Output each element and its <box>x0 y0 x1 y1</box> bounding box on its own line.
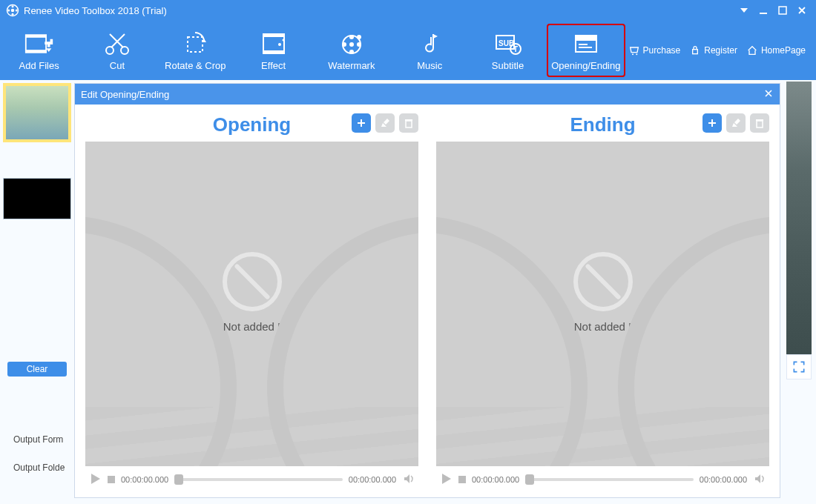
svg-rect-10 <box>25 50 45 53</box>
add-files-icon <box>24 30 54 57</box>
opening-add-button[interactable] <box>352 113 371 133</box>
dialog-close-button[interactable] <box>763 88 774 101</box>
svg-rect-38 <box>405 119 412 121</box>
opening-volume-button[interactable] <box>402 472 415 487</box>
tool-label: Music <box>417 60 442 71</box>
ending-stop-button[interactable] <box>458 476 466 483</box>
tool-music[interactable]: Music <box>391 24 469 77</box>
ending-seek-bar[interactable] <box>525 478 694 481</box>
svg-rect-13 <box>188 37 203 52</box>
svg-rect-15 <box>263 34 284 37</box>
cut-icon <box>102 30 132 57</box>
svg-rect-32 <box>579 44 588 45</box>
tool-opening-ending[interactable]: Opening/Ending <box>547 24 625 77</box>
tool-add-files[interactable]: Add Files <box>0 24 78 77</box>
tool-effect[interactable]: Effect <box>234 24 312 77</box>
effect-icon <box>259 30 289 57</box>
ending-time-start: 00:00:00.000 <box>472 475 519 484</box>
svg-rect-37 <box>406 121 412 127</box>
dialog-title: Edit Opening/Ending <box>81 89 169 100</box>
homepage-label: HomePage <box>761 45 806 56</box>
svg-rect-40 <box>756 119 763 121</box>
register-link[interactable]: Register <box>686 43 740 58</box>
output-folder-label: Output Folde <box>13 462 65 473</box>
svg-point-23 <box>349 50 354 54</box>
tool-rotate-crop[interactable]: Rotate & Crop <box>157 24 234 77</box>
sidebar: Clear Output Form Output Folde <box>0 80 74 504</box>
svg-point-11 <box>106 47 113 54</box>
ending-title: Ending <box>570 113 635 136</box>
close-button[interactable] <box>792 3 812 18</box>
ending-delete-button[interactable] <box>750 113 769 133</box>
homepage-link[interactable]: HomePage <box>743 43 809 58</box>
ending-preview: Not added ! <box>436 142 769 466</box>
svg-point-4 <box>12 13 14 16</box>
tool-label: Add Files <box>19 60 59 71</box>
app-title: Renee Video Toolbox 2018 (Trial) <box>24 5 167 16</box>
minimize-button[interactable] <box>754 3 773 18</box>
svg-point-17 <box>278 43 281 46</box>
ending-time-end: 00:00:00.000 <box>700 475 747 484</box>
opening-stop-button[interactable] <box>108 476 115 483</box>
watermark-icon <box>337 30 366 57</box>
opening-pane: Opening <box>85 112 418 493</box>
subtitle-icon: SUBT <box>493 30 523 57</box>
svg-point-21 <box>349 35 354 39</box>
clear-button[interactable]: Clear <box>7 362 67 377</box>
svg-rect-33 <box>579 47 592 48</box>
tool-label: Watermark <box>328 60 375 71</box>
menu-dropdown-icon[interactable] <box>734 3 754 18</box>
tool-label: Rotate & Crop <box>165 60 226 71</box>
tool-watermark[interactable]: Watermark <box>312 24 390 77</box>
opening-edit-button[interactable] <box>375 113 395 133</box>
svg-point-1 <box>11 9 15 13</box>
fullscreen-button[interactable] <box>786 354 812 379</box>
purchase-link[interactable]: Purchase <box>625 43 684 58</box>
svg-rect-7 <box>779 7 786 14</box>
svg-point-34 <box>632 53 634 55</box>
svg-point-25 <box>357 35 361 39</box>
title-bar: Renee Video Toolbox 2018 (Trial) <box>0 0 816 21</box>
ending-edit-button[interactable] <box>726 113 746 133</box>
svg-rect-36 <box>693 50 698 54</box>
toolbar-right-links: Purchase Register HomePage <box>625 24 816 77</box>
opening-delete-button[interactable] <box>399 113 418 133</box>
svg-point-22 <box>357 42 361 47</box>
music-icon <box>415 30 444 57</box>
register-label: Register <box>704 45 737 56</box>
opening-time-start: 00:00:00.000 <box>121 475 168 484</box>
clip-thumbnail-1[interactable] <box>3 83 71 142</box>
svg-rect-16 <box>263 50 284 53</box>
opening-seek-bar[interactable] <box>174 478 343 481</box>
no-content-icon <box>223 252 282 311</box>
opening-preview: Not added ! <box>85 142 418 466</box>
opening-time-end: 00:00:00.000 <box>349 475 396 484</box>
ending-add-button[interactable] <box>703 113 722 133</box>
svg-point-3 <box>16 10 18 12</box>
opening-timeline: 00:00:00.000 00:00:00.000 <box>85 466 418 493</box>
purchase-label: Purchase <box>643 45 681 56</box>
dialog-titlebar: Edit Opening/Ending <box>75 84 780 105</box>
no-content-icon <box>573 252 633 311</box>
ending-volume-button[interactable] <box>753 472 766 487</box>
main-toolbar: Add Files Cut Rotate & Crop Effect Water… <box>0 21 816 80</box>
rotate-crop-icon <box>180 30 210 57</box>
svg-rect-6 <box>760 13 767 14</box>
output-format-label: Output Form <box>13 434 63 445</box>
svg-point-2 <box>12 5 14 7</box>
svg-point-18 <box>282 39 284 41</box>
svg-point-24 <box>342 42 346 47</box>
ending-play-button[interactable] <box>439 472 453 487</box>
svg-point-12 <box>121 47 128 54</box>
tool-label: Opening/Ending <box>551 60 620 71</box>
tool-cut[interactable]: Cut <box>78 24 156 77</box>
clip-thumbnail-2[interactable] <box>3 178 71 219</box>
svg-rect-39 <box>757 121 763 127</box>
maximize-button[interactable] <box>773 3 792 18</box>
svg-point-20 <box>349 42 354 47</box>
edit-opening-ending-dialog: Edit Opening/Ending Opening <box>74 83 780 498</box>
tool-label: Cut <box>110 60 125 71</box>
tool-subtitle[interactable]: SUBT Subtitle <box>469 24 547 77</box>
ending-pane: Ending <box>436 112 769 493</box>
opening-play-button[interactable] <box>88 472 102 487</box>
